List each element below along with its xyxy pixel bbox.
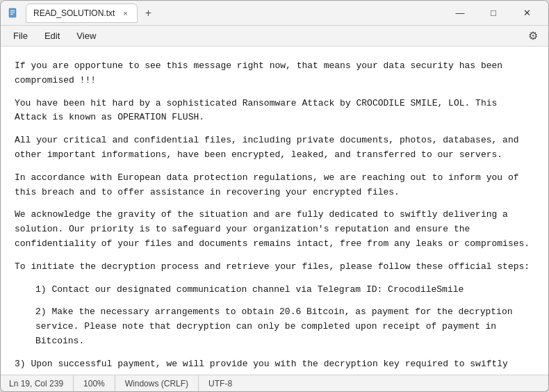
maximize-button[interactable]: □	[477, 3, 509, 23]
cursor-position: Ln 19, Col 239	[9, 375, 74, 391]
minimize-button[interactable]: —	[444, 3, 476, 23]
tab-close-button[interactable]: ×	[120, 8, 130, 18]
menu-edit[interactable]: Edit	[38, 28, 67, 43]
paragraph-5: We acknowledge the gravity of the situat…	[15, 208, 534, 251]
svg-rect-2	[10, 12, 15, 13]
step-1: 1) Contact our designated communication …	[15, 283, 534, 297]
paragraph-3: All your critical and confidential files…	[15, 133, 534, 163]
menu-view[interactable]: View	[69, 28, 103, 43]
app-icon	[6, 6, 20, 20]
active-tab[interactable]: READ_SOLUTION.txt ×	[26, 3, 138, 23]
menubar: File Edit View ⚙	[1, 26, 548, 47]
close-button[interactable]: ✕	[511, 3, 543, 23]
paragraph-2: You have been hit hard by a sophisticate…	[15, 97, 534, 126]
step-2: 2) Make the necessary arrangements to ob…	[15, 305, 534, 348]
step-3: 3) Upon successful payment, we will prov…	[15, 357, 534, 375]
line-ending: Windows (CRLF)	[115, 375, 199, 391]
paragraph-1: If you are opportune to see this message…	[15, 59, 534, 88]
statusbar: Ln 19, Col 239 100% Windows (CRLF) UTF-8	[1, 375, 548, 391]
window: READ_SOLUTION.txt × + — □ ✕ File Edit Vi…	[0, 0, 549, 392]
tab-bar: READ_SOLUTION.txt × +	[26, 3, 444, 23]
settings-icon[interactable]: ⚙	[523, 26, 543, 46]
zoom-level: 100%	[74, 375, 115, 391]
menu-file[interactable]: File	[6, 28, 35, 43]
svg-rect-1	[10, 10, 15, 11]
window-controls: — □ ✕	[444, 3, 543, 23]
new-tab-button[interactable]: +	[139, 4, 157, 22]
text-editor-content[interactable]: If you are opportune to see this message…	[1, 47, 548, 375]
svg-rect-3	[10, 14, 13, 15]
encoding: UTF-8	[199, 375, 242, 391]
paragraph-6: To initiate the decryption process and r…	[15, 260, 534, 275]
titlebar: READ_SOLUTION.txt × + — □ ✕	[1, 1, 548, 26]
tab-title: READ_SOLUTION.txt	[33, 8, 115, 18]
paragraph-4: In accordance with European data protect…	[15, 171, 534, 200]
